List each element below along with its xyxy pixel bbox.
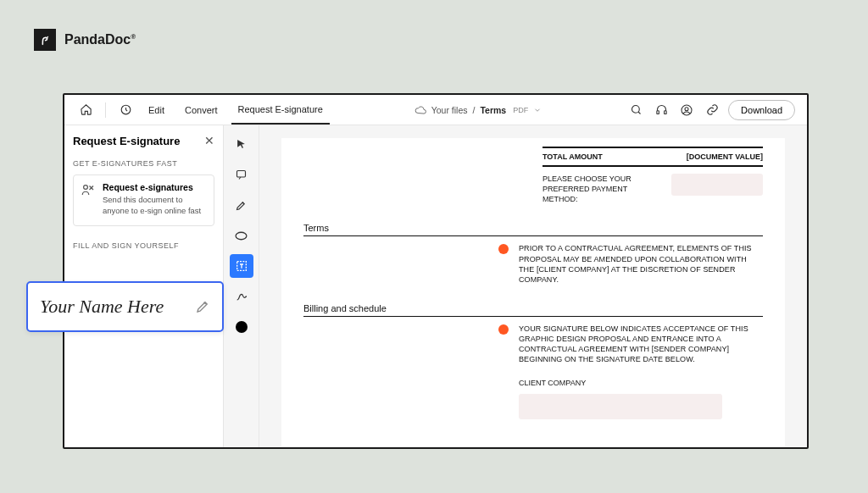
download-button[interactable]: Download <box>728 100 795 120</box>
document-canvas[interactable]: TOTAL AMOUNT [DOCUMENT VALUE] PLEASE CHO… <box>259 125 807 447</box>
cursor-icon[interactable] <box>230 132 253 156</box>
section-rule <box>303 316 763 317</box>
bullet-dot-icon <box>498 324 509 335</box>
client-signature-field[interactable] <box>519 394 722 419</box>
svg-point-11 <box>245 296 247 297</box>
color-dot[interactable] <box>230 315 253 339</box>
request-esign-card[interactable]: Request e-signatures Send this document … <box>73 174 214 226</box>
lasso-icon[interactable] <box>230 224 253 247</box>
brand-logo: PandaDoc® <box>34 29 136 51</box>
total-amount-value: [DOCUMENT VALUE] <box>687 152 763 161</box>
chevron-down-icon[interactable] <box>533 106 542 114</box>
brand-mark-icon <box>34 29 56 51</box>
comment-icon[interactable] <box>230 163 253 186</box>
document-page: TOTAL AMOUNT [DOCUMENT VALUE] PLEASE CHO… <box>281 138 785 447</box>
card-body: Send this document to anyone to e-sign o… <box>103 195 207 217</box>
section-terms-heading: Terms <box>303 223 763 233</box>
tab-edit[interactable]: Edit <box>142 95 171 125</box>
pen-icon[interactable] <box>230 193 253 217</box>
section-rule <box>303 235 763 236</box>
account-icon[interactable] <box>677 101 696 119</box>
bullet-dot-icon <box>498 244 509 254</box>
home-icon[interactable] <box>76 101 95 119</box>
app-window: Edit Convert Request E-signature Your fi… <box>63 93 809 449</box>
brand-name: PandaDoc® <box>64 32 136 47</box>
recent-icon[interactable] <box>116 101 135 119</box>
svg-point-9 <box>236 232 247 240</box>
section-get-fast-label: GET E-SIGNATURES FAST <box>73 159 214 168</box>
tab-convert[interactable]: Convert <box>178 95 225 125</box>
svg-point-2 <box>632 106 639 114</box>
textbox-icon[interactable] <box>230 254 253 278</box>
breadcrumb: Your files / Terms PDF <box>415 104 542 116</box>
billing-text: YOUR SIGNATURE BELOW INDICATES ACCEPTANC… <box>519 324 763 365</box>
client-company-label: CLIENT COMPANY <box>519 379 763 387</box>
close-icon[interactable]: ✕ <box>204 134 214 147</box>
search-icon[interactable] <box>626 101 645 119</box>
terms-text: PRIOR TO A CONTRACTUAL AGREEMENT, ELEMEN… <box>519 243 763 285</box>
separator <box>105 102 106 118</box>
crumb-root[interactable]: Your files <box>431 105 468 115</box>
payment-method-field[interactable] <box>671 174 763 196</box>
svg-point-7 <box>84 186 88 190</box>
draw-icon[interactable] <box>230 285 253 308</box>
tab-request-esignature[interactable]: Request E-signature <box>231 95 330 125</box>
toolstrip <box>224 125 259 447</box>
crumb-current[interactable]: Terms <box>480 105 506 115</box>
svg-rect-8 <box>237 170 246 177</box>
payment-method-label: PLEASE CHOOSE YOUR PREFERRED PAYMENT MET… <box>542 174 661 204</box>
signature-field[interactable]: Your Name Here <box>26 281 224 332</box>
topbar: Edit Convert Request E-signature Your fi… <box>64 95 807 125</box>
cloud-icon <box>415 104 426 116</box>
section-fill-sign-label: FILL AND SIGN YOURSELF <box>73 241 214 250</box>
file-type-badge: PDF <box>513 106 528 114</box>
people-sign-icon <box>81 182 96 197</box>
panel-title: Request E-signature <box>73 135 180 147</box>
pencil-icon[interactable] <box>195 299 210 314</box>
signature-placeholder: Your Name Here <box>40 296 186 318</box>
svg-point-6 <box>685 107 688 110</box>
svg-point-0 <box>47 36 49 38</box>
svg-rect-4 <box>664 111 666 114</box>
total-amount-label: TOTAL AMOUNT <box>542 152 603 161</box>
section-billing-heading: Billing and schedule <box>303 303 763 313</box>
headphones-icon[interactable] <box>652 101 670 119</box>
svg-rect-3 <box>656 111 659 114</box>
card-title: Request e-signatures <box>103 182 207 192</box>
link-icon[interactable] <box>703 101 721 119</box>
